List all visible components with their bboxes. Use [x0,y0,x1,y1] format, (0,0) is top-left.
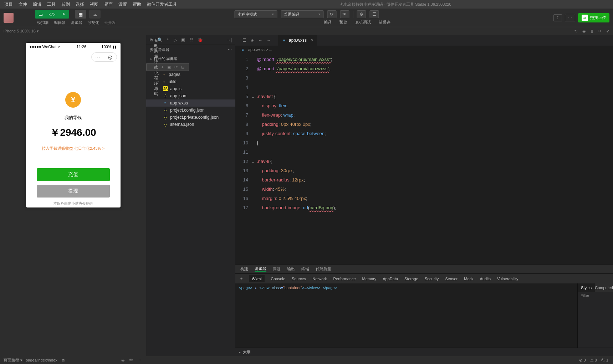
breadcrumb[interactable]: ≡ app.wxss > ... [235,46,613,53]
devtab-performance[interactable]: Performance [333,277,356,281]
explorer-more-icon[interactable]: ⋯ [228,47,232,52]
dom-tree[interactable]: <page> ▸ <view class="container">…</view… [235,283,577,348]
close-tab-icon[interactable]: × [311,38,313,43]
tab-terminal[interactable]: 终端 [301,266,309,272]
nav-back-icon[interactable]: ← [256,38,265,43]
editor-tab[interactable]: ≡ app.wxss × [278,35,317,46]
compile-button[interactable]: ⟳ [327,10,336,18]
clear-cache-button[interactable]: ☰ [369,10,379,18]
menu-bar: 项目 文件 编辑 工具 转到 选择 视图 界面 设置 帮助 微信开发者工具 充电… [0,0,613,9]
device-select[interactable]: iPhone 5 100% 16 ▾ [4,29,39,34]
devtab-mock[interactable]: Mock [464,277,473,281]
devtab-storage[interactable]: Storage [404,277,418,281]
page-path[interactable]: 页面路径 ▾ | pages/index/index [4,358,57,363]
sb-more-icon[interactable]: ⋯ [137,358,141,363]
devtab-appdata[interactable]: AppData [383,277,398,281]
bug-icon[interactable]: 🐞 [198,37,203,42]
tree-node-app.js[interactable]: JSapp.js [146,85,235,92]
capsule-button[interactable]: ⋯ ◎ [91,52,117,62]
tab-problems[interactable]: 问题 [273,266,281,272]
debugger-toggle[interactable]: ⌖ [58,10,69,19]
sidebar-toggle-icon[interactable]: ☰ [240,38,249,43]
menu-settings[interactable]: 设置 [116,1,130,7]
sb-warn-icon[interactable]: ⊘ 0 [579,358,586,363]
upload-icon-button[interactable]: ⤴ [553,14,562,21]
collapse-icon[interactable]: ⊟ [181,65,184,70]
sb-err-icon[interactable]: ⚠ 0 [590,358,597,363]
devtab-memory[interactable]: Memory [362,277,377,281]
menu-ui[interactable]: 界面 [101,1,116,7]
debug-icon[interactable]: ▷ [174,37,177,42]
cut-icon[interactable]: ✂ [598,29,601,34]
tree-node-project.config.json[interactable]: {}project.config.json [146,107,235,114]
capsule-close-icon[interactable]: ◎ [104,54,117,60]
styles-filter[interactable]: Filter [578,292,613,299]
cloud-dev-button[interactable]: ☁ [89,10,101,19]
menu-goto[interactable]: 转到 [58,1,73,7]
device-icon[interactable]: ▯ [591,29,593,34]
menu-file[interactable]: 文件 [16,1,30,7]
tab-quality[interactable]: 代码质量 [316,266,331,272]
tab-output[interactable]: 输出 [287,266,295,272]
box-icon[interactable]: ▣ [181,37,185,42]
computed-tab[interactable]: Computed [595,283,613,292]
arrow-right-icon[interactable]: →| [226,37,232,42]
menu-help[interactable]: 帮助 [130,1,144,7]
tab-build[interactable]: 构建 [240,266,248,272]
refresh-tree-icon[interactable]: ⟳ [174,65,178,70]
remote-debug-button[interactable]: ⚙ [357,10,366,18]
inspect-icon[interactable]: ⌖ [240,276,242,281]
capsule-menu-icon[interactable]: ⋯ [92,54,104,60]
devtab-wxml[interactable]: Wxml [249,275,265,282]
project-section[interactable]: ▾充电余额特效小程序源码 + ▣ ⟳ ⊟ [146,63,189,71]
editor-toggle[interactable]: </> [46,10,58,19]
nav-fwd-icon[interactable]: → [265,38,273,43]
tree-node-project.private.config.json[interactable]: {}project.private.config.json [146,114,235,121]
devtab-console[interactable]: Console [271,277,285,281]
devtab-sources[interactable]: Sources [292,277,306,281]
devtab-security[interactable]: Security [425,277,439,281]
branch-icon[interactable]: ⑂ [167,37,169,42]
compile-select[interactable]: 普通编译▾ [281,10,323,18]
menu-project[interactable]: 项目 [1,1,16,7]
copy-path-icon[interactable]: ⧉ [62,358,65,363]
record-icon[interactable]: ◉ [582,29,586,34]
avatar[interactable] [4,13,14,23]
mode-select[interactable]: 小程序模式▾ [234,10,277,18]
expand-icon[interactable]: ⤢ [606,29,609,34]
menu-edit[interactable]: 编辑 [30,1,44,7]
simulator-toggle[interactable]: ▭ [35,10,46,19]
new-folder-icon[interactable]: ▣ [167,65,171,70]
tree-node-app.wxss[interactable]: ≡app.wxss [146,99,235,107]
new-file-icon[interactable]: + [162,65,164,70]
menu-select[interactable]: 选择 [73,1,87,7]
drag-upload-button[interactable]: ∞ 拖拽上传 [578,13,609,22]
styles-tab[interactable]: Styles [578,283,595,292]
tree-node-pages[interactable]: ▸▪pages [146,71,235,78]
visual-toggle[interactable]: ▦ [75,10,86,19]
withdraw-button[interactable]: 提现 [37,185,110,198]
outline-bar[interactable]: ▸大纲 [235,348,613,356]
code-editor[interactable]: 1234567891011121314151617 @import "/page… [235,53,613,264]
preview-button[interactable]: 👁 [340,10,349,18]
tree-node-sitemap.json[interactable]: {}sitemap.json [146,121,235,128]
devtab-vulnerability[interactable]: Vulnerability [497,277,519,281]
devtab-network[interactable]: Network [312,277,327,281]
refresh-icon[interactable]: ⟲ [574,29,577,34]
menu-wxdevtools[interactable]: 微信开发者工具 [144,1,180,7]
more-button[interactable]: ⋯ [565,14,575,21]
yield-link[interactable]: 转入零钱通赚收益 七日年化2.43% > [42,146,104,151]
sb-eye-icon[interactable]: 👁 [129,358,133,362]
recharge-button[interactable]: 充值 [37,168,110,181]
devtab-sensor[interactable]: Sensor [445,277,458,281]
tree-node-app.json[interactable]: {}app.json [146,92,235,99]
sb-target-icon[interactable]: ◎ [121,358,125,363]
devtab-audits[interactable]: Audits [480,277,491,281]
device-info-bar: iPhone 5 100% 16 ▾ ⟲ ◉ ▯ ✂ ⤢ [0,27,613,35]
menu-tools[interactable]: 工具 [44,1,58,7]
bookmark-icon[interactable]: ◈ [249,38,256,43]
menu-view[interactable]: 视图 [87,1,101,7]
tree-node-utils[interactable]: ▸▪utils [146,78,235,85]
db-icon[interactable]: ☷ [189,37,193,42]
tab-debugger[interactable]: 调试器 [255,266,266,272]
